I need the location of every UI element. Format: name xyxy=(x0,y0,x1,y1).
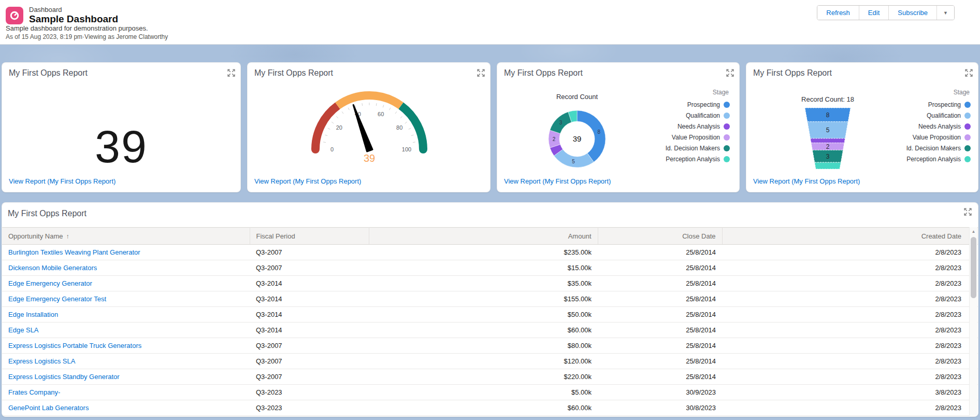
opportunity-link[interactable]: Burlington Textiles Weaving Plant Genera… xyxy=(8,248,140,256)
expand-button[interactable] xyxy=(964,69,973,77)
stage-legend: Stage ProspectingQualificationNeeds Anal… xyxy=(906,89,971,164)
legend-swatch-icon xyxy=(724,145,730,151)
table-cell: $15.00k xyxy=(369,260,598,276)
column-header-fiscal-period[interactable]: Fiscal Period xyxy=(250,228,369,245)
legend-swatch-icon xyxy=(964,102,971,108)
table-cell: 2/8/2023 xyxy=(722,276,978,291)
table-row: Frates Company-Q3-2023$5.00k30/9/20233/8… xyxy=(2,385,978,400)
table-cell: 2/8/2023 xyxy=(722,291,978,307)
svg-text:80: 80 xyxy=(396,124,402,131)
legend-label: Id. Decision Makers xyxy=(666,145,720,152)
legend-swatch-icon xyxy=(964,123,971,130)
table-row: Express Logistics SLAQ3-2007$120.00k25/8… xyxy=(2,354,978,369)
expand-icon xyxy=(964,208,972,216)
expand-button[interactable] xyxy=(726,69,734,77)
svg-text:5: 5 xyxy=(572,159,575,164)
subscribe-button[interactable]: Subscribe xyxy=(889,6,937,20)
opportunity-link[interactable]: Edge Installation xyxy=(8,311,58,318)
table-cell: 25/8/2014 xyxy=(598,291,722,307)
table-header-row: Opportunity Name↑Fiscal PeriodAmountClos… xyxy=(2,228,978,245)
expand-button[interactable] xyxy=(477,69,485,77)
opportunity-link[interactable]: Express Logistics Standby Generator xyxy=(8,373,120,381)
column-header-label: Opportunity Name xyxy=(8,232,63,240)
svg-text:100: 100 xyxy=(402,146,411,152)
legend-item-perception-analysis: Perception Analysis xyxy=(666,153,730,164)
svg-text:5: 5 xyxy=(826,127,830,134)
vertical-scrollbar[interactable]: ▲ xyxy=(969,227,977,416)
opportunity-link[interactable]: Edge SLA xyxy=(8,326,39,334)
dashboard-description: Sample dashboard for demonstration purpo… xyxy=(6,24,148,32)
column-header-amount[interactable]: Amount xyxy=(369,228,598,245)
table-cell: Q3-2014 xyxy=(250,276,369,291)
expand-button[interactable] xyxy=(227,69,235,77)
opportunity-link[interactable]: Express Logistics SLA xyxy=(8,357,75,365)
table-cell: 2/8/2023 xyxy=(722,260,978,276)
scrollbar-thumb[interactable] xyxy=(971,237,976,298)
column-header-created-date[interactable]: Created Date xyxy=(722,228,978,245)
card-title: My First Opps Report xyxy=(504,68,583,78)
legend-title: Stage xyxy=(906,89,971,96)
opportunity-link[interactable]: Edge Emergency Generator Test xyxy=(8,295,106,303)
svg-text:2: 2 xyxy=(826,143,830,150)
table-cell: Q3-2007 xyxy=(250,260,369,276)
legend-item-prospecting: Prospecting xyxy=(666,99,730,110)
opportunity-link[interactable]: Edge Emergency Generator xyxy=(8,279,92,287)
funnel-chart-title: Record Count: 18 xyxy=(766,95,890,103)
table-row: Edge Emergency GeneratorQ3-2014$35.00k25… xyxy=(2,276,978,291)
table-cell xyxy=(722,416,978,417)
view-report-link[interactable]: View Report (My First Opps Report) xyxy=(254,177,361,185)
refresh-button[interactable]: Refresh xyxy=(817,6,859,20)
legend-swatch-icon xyxy=(724,156,730,162)
legend-item-needs-analysis: Needs Analysis xyxy=(906,121,971,132)
table-cell: 25/8/2014 xyxy=(598,338,722,354)
report-table: Opportunity Name↑Fiscal PeriodAmountClos… xyxy=(2,227,978,417)
table-row: Express Logistics Standby GeneratorQ3-20… xyxy=(2,369,978,385)
opportunity-link[interactable]: Dickenson Mobile Generators xyxy=(8,264,97,272)
opportunity-name-cell: GenePoint Lab Generators xyxy=(2,400,250,416)
legend-swatch-icon xyxy=(724,113,730,119)
svg-text:3: 3 xyxy=(559,120,563,125)
opportunity-link[interactable]: Frates Company- xyxy=(8,388,60,396)
table-cell: Q3-2023 xyxy=(250,400,369,416)
table-row: GenePoint Lab GeneratorsQ3-2023$60.00k30… xyxy=(2,400,978,416)
opportunity-link[interactable]: Express Logistics Portable Truck Generat… xyxy=(8,342,141,349)
table-cell: 2/8/2023 xyxy=(722,354,978,369)
column-header-label: Fiscal Period xyxy=(256,232,295,240)
opportunity-link[interactable]: GenePoint Lab Generators xyxy=(8,404,89,412)
expand-button[interactable] xyxy=(963,208,972,216)
expand-icon xyxy=(965,69,973,77)
column-header-opportunity-name[interactable]: Opportunity Name↑ xyxy=(2,228,250,245)
opportunity-name-cell: Edge Installation xyxy=(2,307,250,323)
view-report-link[interactable]: View Report (My First Opps Report) xyxy=(9,177,116,185)
view-report-link[interactable]: View Report (My First Opps Report) xyxy=(753,177,860,185)
legend-label: Perception Analysis xyxy=(906,156,961,163)
opportunity-name-cell: Burlington Textiles Weaving Plant Genera… xyxy=(2,245,250,260)
scroll-up-button[interactable]: ▲ xyxy=(970,228,977,235)
edit-button[interactable]: Edit xyxy=(859,6,889,20)
legend-label: Needs Analysis xyxy=(678,123,720,130)
opportunity-name-cell: Express Logistics Portable Truck Generat… xyxy=(2,338,250,354)
report-table-card: My First Opps Report Opportunity Name↑Fi… xyxy=(2,202,978,417)
expand-icon xyxy=(477,69,485,77)
table-cell: $80.00k xyxy=(369,338,598,354)
table-cell: Q3-2014 xyxy=(250,291,369,307)
donut-card: My First Opps Report Record Count 852339… xyxy=(497,62,740,192)
view-report-link[interactable]: View Report (My First Opps Report) xyxy=(504,177,611,185)
table-row: Edge Emergency Generator TestQ3-2014$155… xyxy=(2,291,978,307)
table-row: Express Logistics Portable Truck Generat… xyxy=(2,338,978,354)
column-header-close-date[interactable]: Close Date xyxy=(598,228,722,245)
more-actions-button[interactable]: ▼ xyxy=(937,6,954,20)
table-card-title: My First Opps Report xyxy=(8,209,87,218)
table-cell: 2/8/2023 xyxy=(722,245,978,260)
opportunity-name-cell: Edge Emergency Generator Test xyxy=(2,291,250,307)
table-cell: Q3-2007 xyxy=(250,354,369,369)
table-cell: $60.00k xyxy=(369,400,598,416)
legend-item-qualification: Qualification xyxy=(906,110,971,121)
table-cell: 30/8/2023 xyxy=(598,400,722,416)
table-cell: $35.00k xyxy=(369,276,598,291)
table-cell: 25/8/2014 xyxy=(598,276,722,291)
table-cell: $120.00k xyxy=(369,354,598,369)
legend-label: Value Proposition xyxy=(672,134,720,141)
legend-title: Stage xyxy=(666,89,730,96)
table-cell: 25/8/2014 xyxy=(598,307,722,323)
